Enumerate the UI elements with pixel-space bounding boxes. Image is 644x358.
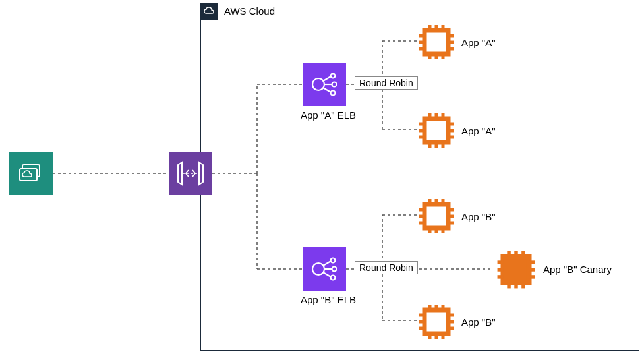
svg-point-29 xyxy=(332,267,337,272)
svg-rect-60 xyxy=(424,204,448,228)
svg-rect-47 xyxy=(424,119,448,142)
api-gateway-node xyxy=(169,152,212,195)
svg-point-20 xyxy=(312,78,324,90)
svg-line-31 xyxy=(323,261,331,266)
elb-b-node xyxy=(303,247,346,291)
elb-b-label: App "B" ELB xyxy=(301,294,356,305)
app-a1-node xyxy=(415,21,457,63)
svg-point-28 xyxy=(331,258,336,263)
elb-a-label: App "A" ELB xyxy=(301,109,356,121)
app-a2-node xyxy=(415,109,457,152)
app-b1-node xyxy=(415,195,457,237)
app-b-canary-node xyxy=(493,247,539,293)
svg-point-21 xyxy=(331,74,336,78)
client-icon xyxy=(9,152,53,195)
chip-icon xyxy=(415,195,457,237)
svg-line-26 xyxy=(323,88,331,92)
elb-a-round-robin-label: Round Robin xyxy=(355,76,418,90)
svg-line-24 xyxy=(323,76,331,81)
api-gateway-icon xyxy=(169,152,212,195)
aws-cloud-icon xyxy=(201,3,218,20)
aws-cloud-title: AWS Cloud xyxy=(224,5,275,16)
svg-point-23 xyxy=(331,91,336,96)
svg-rect-34 xyxy=(424,30,448,54)
chip-icon xyxy=(415,21,457,63)
elb-a-icon xyxy=(303,63,346,106)
svg-point-27 xyxy=(312,263,324,275)
svg-point-30 xyxy=(331,276,336,280)
elb-b-icon xyxy=(303,247,346,291)
elb-a-node xyxy=(303,63,346,106)
app-a2-label: App "A" xyxy=(461,125,496,136)
client-node xyxy=(9,152,53,195)
chip-icon-filled xyxy=(493,247,539,293)
app-b-canary-label: App "B" Canary xyxy=(543,264,612,275)
chip-icon xyxy=(415,109,457,152)
svg-rect-86 xyxy=(503,256,529,282)
app-a1-label: App "A" xyxy=(461,37,496,48)
app-b2-label: App "B" xyxy=(461,316,496,328)
app-b2-node xyxy=(415,301,457,343)
elb-b-round-robin-label: Round Robin xyxy=(355,261,418,274)
app-b1-label: App "B" xyxy=(461,211,496,222)
chip-icon xyxy=(415,301,457,343)
svg-point-22 xyxy=(332,82,337,87)
svg-line-33 xyxy=(323,272,331,277)
svg-rect-73 xyxy=(424,310,448,334)
